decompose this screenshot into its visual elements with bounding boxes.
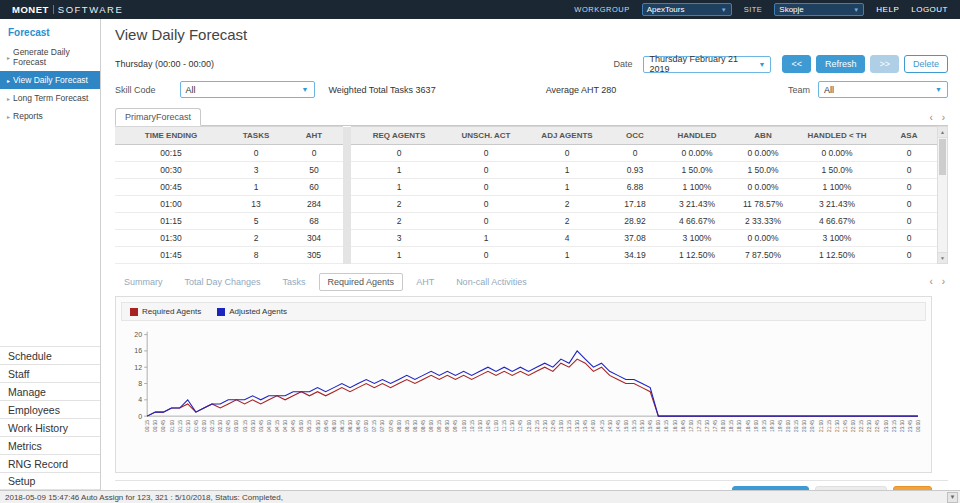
logout-link[interactable]: LOGOUT [911,5,948,14]
chevron-right-icon: ▸ [7,95,10,102]
sidebar-item-label: Reports [13,111,43,121]
x-axis-tick-label: 03:15 [242,420,247,432]
sidebar-item-long-term-forecast[interactable]: ▸Long Term Forecast [0,89,100,107]
next-day-button[interactable]: >> [870,55,899,73]
sidebar-section-metrics[interactable]: Metrics [0,436,100,454]
sidebar-section-rng-record[interactable]: RNG Record [0,454,100,472]
table-row[interactable]: 01:001328420217.183 21.43%11 78.57%3 21.… [115,196,937,213]
x-axis-tick-label: 01:30 [186,420,191,432]
scroll-up-icon[interactable]: ▲ [938,127,947,138]
sidebar-item-generate-daily-forecast[interactable]: ▸Generate Daily Forecast [0,43,100,71]
chevron-right-icon: ▸ [7,113,10,120]
site-select[interactable]: Skopje ▼ [774,3,864,16]
skill-code-select[interactable]: All ▼ [180,81,315,98]
column-header: HANDLED [661,127,733,145]
x-axis-tick-label: 05:00 [299,420,304,432]
workgroup-select[interactable]: ApexTours ▼ [642,3,732,16]
sidebar-section-schedule[interactable]: Schedule [0,346,100,364]
tab-primary-forecast[interactable]: PrimaryForecast [115,108,201,126]
pager-left-icon[interactable]: ‹ [930,112,936,123]
x-axis-tick-label: 09:45 [453,420,458,432]
table-cell: 284 [285,196,343,213]
team-select[interactable]: All ▼ [818,81,948,98]
table-row[interactable]: 00:303501010.931 50.0%1 50.0%1 50.0%0 [115,162,937,179]
date-select[interactable]: Thursday February 21 2019 ▼ [643,56,771,73]
table-cell: 00:30 [115,162,227,179]
chart-tab-total-day-changes[interactable]: Total Day Changes [176,273,270,291]
x-axis-tick-label: 08:30 [413,420,418,432]
x-axis-tick-label: 19:45 [778,420,783,432]
controls-row-1: Thursday (00:00 - 00:00) Date Thursday F… [115,55,948,73]
sidebar-nav: ▸Generate Daily Forecast▸View Daily Fore… [0,43,100,125]
chart-legend: Required Agents Adjusted Agents [121,302,926,321]
sidebar-item-label: Generate Daily Forecast [13,47,97,67]
chart-tab-non-call-activities[interactable]: Non-call Activities [447,273,536,291]
legend-required-label: Required Agents [142,307,201,316]
sidebar-section-employees[interactable]: Employees [0,400,100,418]
x-axis-tick-label: 10:00 [462,420,467,432]
sidebar-item-reports[interactable]: ▸Reports [0,107,100,125]
x-axis-tick-label: 21:00 [819,420,824,432]
x-axis-tick-label: 22:15 [859,420,864,432]
sidebar-section-forecast[interactable]: Forecast [0,19,100,43]
delete-button[interactable]: Delete [904,55,948,73]
column-divider [343,196,351,213]
x-axis-tick-label: 09:00 [429,420,434,432]
x-axis-tick-label: 12:15 [535,420,540,432]
table-row[interactable]: 01:45830510134.191 12.50%7 87.50%1 12.50… [115,247,937,264]
table-row[interactable]: 00:150000000 0.00%0 0.00%0 0.00%0 [115,145,937,162]
table-cell: 0 [447,213,525,230]
prev-day-button[interactable]: << [782,55,811,73]
table-cell: 7 87.50% [733,247,793,264]
forecast-chart-svg: 04812162000:1500:3000:4501:0001:1501:300… [121,325,926,467]
x-axis-tick-label: 23:45 [908,420,913,432]
x-axis-tick-label: 17:30 [705,420,710,432]
sidebar-section-work-history[interactable]: Work History [0,418,100,436]
x-axis-tick-label: 18:45 [745,420,750,432]
table-cell: 0 [881,230,937,247]
scrollbar-thumb[interactable] [939,139,946,175]
table-scrollbar[interactable]: ▲ ▼ [937,126,948,264]
sidebar-spacer [0,125,100,346]
x-axis-tick-label: 03:00 [234,420,239,432]
x-axis-tick-label: 19:30 [770,420,775,432]
scroll-down-icon[interactable]: ▼ [938,252,947,263]
x-axis-tick-label: 14:15 [599,420,604,432]
table-cell: 2 [351,196,447,213]
chart-tab-aht[interactable]: AHT [407,273,443,291]
sidebar-section-setup[interactable]: Setup [0,472,100,490]
pager-right-icon[interactable]: › [942,276,948,287]
site-value: Skopje [779,5,803,14]
table-cell: 0 [447,145,525,162]
table-cell: 0 0.00% [661,145,733,162]
refresh-button[interactable]: Refresh [816,55,866,73]
table-row[interactable]: 01:30230431437.083 100%0 0.00%3 100%0 [115,230,937,247]
statusbar-scroll-down-icon[interactable]: ▼ [947,492,958,503]
chart-tab-summary[interactable]: Summary [115,273,172,291]
table-cell: 1 [351,179,447,196]
sidebar-section-manage[interactable]: Manage [0,382,100,400]
sidebar-item-view-daily-forecast[interactable]: ▸View Daily Forecast [0,71,100,89]
x-axis-tick-label: 22:45 [875,420,880,432]
x-axis-tick-label: 11:15 [502,420,507,432]
x-axis-tick-label: 20:30 [802,420,807,432]
chart-tab-tasks[interactable]: Tasks [274,273,315,291]
logo-primary: MONET [12,4,49,15]
sidebar-section-staff[interactable]: Staff [0,364,100,382]
x-axis-tick-label: 05:45 [324,420,329,432]
table-cell: 34.19 [609,247,661,264]
weighted-total-label: Weighted Total Tasks [329,85,414,95]
column-divider [343,247,351,264]
average-aht: Average AHT 280 [546,85,617,95]
pager-right-icon[interactable]: › [942,112,948,123]
x-axis-tick-label: 10:15 [470,420,475,432]
table-row[interactable]: 00:451601016.881 100%0 0.00%1 100%0 [115,179,937,196]
app-window: MONET SOFTWARE WORKGROUP ApexTours ▼ SIT… [0,0,960,503]
table-cell: 0 0.00% [733,230,793,247]
table-row[interactable]: 01:1556820228.924 66.67%2 33.33%4 66.67%… [115,213,937,230]
chart-tab-required-agents[interactable]: Required Agents [319,273,404,291]
average-aht-value: 280 [601,85,616,95]
pager-left-icon[interactable]: ‹ [930,276,936,287]
help-link[interactable]: HELP [876,5,899,14]
table-cell: 1 [525,247,609,264]
